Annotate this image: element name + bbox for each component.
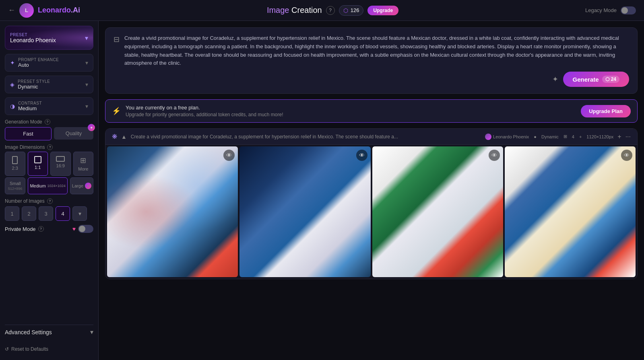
private-mode-toggle[interactable] — [78, 225, 93, 233]
image-card-1: 👁 — [107, 146, 238, 277]
preset-style-selector[interactable]: ◈ Preset Style Dynamic ▾ — [5, 76, 93, 93]
num-1-button[interactable]: 1 — [5, 206, 19, 221]
prompt-enhance-label: Prompt Enhance — [18, 58, 59, 62]
large-badge: ✦ — [85, 183, 91, 189]
prompt-text[interactable]: Create a vivid promotional image for Cor… — [124, 34, 629, 68]
legacy-mode-label: Legacy Mode — [585, 7, 617, 13]
size-small-button[interactable]: Small 512×896 — [5, 177, 25, 194]
image-card-2: 👁 — [239, 146, 370, 277]
num-3-button[interactable]: 3 — [39, 206, 53, 221]
result-model: Leonardo Phoenix — [485, 134, 529, 140]
private-mode-label: Private Mode — [5, 226, 36, 232]
image-2-view-button[interactable]: 👁 — [356, 150, 367, 161]
token-badge: ⬡ 126 — [339, 5, 364, 16]
num-4-button[interactable]: 4 — [56, 206, 70, 221]
main-content: ⊟ Create a vivid promotional image for C… — [99, 21, 644, 360]
image-card-3: 👁 — [372, 146, 503, 277]
images-grid: 👁 👁 👁 👁 — [105, 145, 637, 279]
result-header: ❋ ▲ Create a vivid promotional image for… — [105, 129, 637, 145]
header-right: Legacy Mode — [585, 6, 636, 14]
preset-style-label: Preset Style — [18, 79, 50, 84]
banner-subtitle: Upgrade for priority generations, additi… — [126, 112, 283, 117]
token-count: 126 — [351, 7, 359, 13]
contrast-arrow-icon: ▾ — [85, 103, 88, 109]
header-center: Image Creation ? ⬡ 126 Upgrade — [267, 5, 398, 16]
sparkle-icon: ✦ — [10, 60, 15, 66]
header: ← L Leonardo.Ai Image Creation ? ⬡ 126 U… — [0, 0, 644, 21]
generate-cost-badge: ⬡ 24 — [602, 76, 619, 83]
preset-arrow-icon: ▾ — [85, 34, 88, 42]
preset-style-arrow-icon: ▾ — [85, 81, 88, 88]
num-2-button[interactable]: 2 — [22, 206, 36, 221]
num-images-label: Number of Images — [5, 198, 45, 204]
dim-16-9-button[interactable]: 16:9 — [50, 152, 71, 176]
private-mode-help-icon: ? — [38, 226, 44, 232]
result-grid-icon: ⊞ — [564, 134, 567, 139]
quality-badge: ✦ — [88, 124, 95, 131]
result-add-button[interactable]: + — [617, 133, 621, 140]
help-icon[interactable]: ? — [326, 6, 335, 15]
dim-1-1-button[interactable]: 1:1 — [28, 152, 48, 176]
upgrade-plan-button[interactable]: Upgrade Plan — [581, 105, 631, 117]
contrast-icon: ◑ — [10, 103, 15, 109]
result-group: ❋ ▲ Create a vivid promotional image for… — [105, 128, 638, 279]
fast-mode-button[interactable]: Fast — [5, 127, 52, 140]
header-title: Image Creation — [267, 6, 322, 15]
advanced-settings-section[interactable]: Advanced Settings ▾ — [5, 325, 93, 339]
preset-label: Preset — [10, 33, 56, 37]
lightning-icon: ⚡ — [112, 107, 121, 115]
advanced-settings-label: Advanced Settings — [5, 329, 52, 335]
image-dims-label: Image Dimensions — [5, 144, 45, 150]
results-section: ❋ ▲ Create a vivid promotional image for… — [105, 128, 638, 354]
size-medium-button[interactable]: Medium 1024×1024 — [28, 177, 67, 194]
dim-16-9-icon — [56, 156, 65, 162]
header-upgrade-button[interactable]: Upgrade — [367, 6, 398, 15]
dim-more-button[interactable]: ⊞ More — [73, 152, 94, 176]
token-icon: ⬡ — [343, 7, 348, 14]
generation-mode-help-icon: ? — [45, 119, 50, 125]
result-prompt-preview: Create a vivid promotional image for Cor… — [131, 134, 481, 140]
reset-defaults-button[interactable]: ↺ Reset to Defaults — [5, 343, 93, 355]
sidebar: Preset Leonardo Phoenix ▾ ✦ Prompt Enhan… — [0, 21, 99, 360]
size-large-button[interactable]: Large ✦ — [70, 177, 93, 194]
advanced-settings-arrow-icon: ▾ — [90, 328, 93, 336]
prompt-enhance-selector[interactable]: ✦ Prompt Enhance Auto ▾ — [5, 54, 93, 72]
result-style: Dynamic — [541, 134, 559, 139]
dim-2-3-icon — [12, 156, 18, 164]
result-expand-icon[interactable]: ▲ — [121, 134, 127, 140]
palette-icon: ◈ — [10, 81, 14, 88]
image-4-view-button[interactable]: 👁 — [621, 150, 632, 161]
prompt-box: ⊟ Create a vivid promotional image for C… — [105, 27, 638, 94]
avatar: L — [19, 3, 34, 18]
upgrade-banner: ⚡ You are currently on a free plan. Upgr… — [105, 99, 638, 123]
image-3-view-button[interactable]: 👁 — [489, 150, 500, 161]
prompt-enhance-value: Auto — [18, 62, 59, 68]
back-button[interactable]: ← — [8, 6, 15, 14]
header-left: ← L Leonardo.Ai — [8, 3, 80, 18]
heart-icon: ♥ — [72, 226, 76, 232]
magic-wand-icon[interactable]: ✦ — [552, 75, 558, 84]
result-size-icon: + — [579, 134, 582, 139]
num-dropdown-button[interactable]: ▾ — [72, 206, 87, 221]
prompt-icon: ⊟ — [114, 35, 120, 44]
result-more-button[interactable]: ··· — [625, 133, 631, 140]
contrast-label: Contrast — [18, 101, 42, 105]
prompt-enhance-arrow-icon: ▾ — [85, 60, 88, 66]
banner-title: You are currently on a free plan. — [126, 105, 283, 111]
num-images-help-icon: ? — [47, 198, 53, 204]
reset-icon: ↺ — [5, 346, 9, 352]
preset-value: Leonardo Phoenix — [10, 37, 56, 43]
result-count: 4 — [572, 134, 574, 139]
quality-mode-button[interactable]: Quality — [54, 127, 93, 140]
preset-selector[interactable]: Preset Leonardo Phoenix ▾ — [5, 26, 93, 50]
dim-2-3-button[interactable]: 2:3 — [5, 152, 25, 176]
result-header-icon: ❋ — [112, 133, 117, 140]
preset-style-value: Dynamic — [18, 84, 50, 90]
result-model-icon — [485, 134, 491, 140]
generation-mode-label: Generation Mode — [5, 119, 42, 125]
legacy-mode-toggle[interactable] — [621, 6, 636, 14]
contrast-selector[interactable]: ◑ Contrast Medium ▾ — [5, 97, 93, 115]
dim-more-icon: ⊞ — [80, 156, 86, 165]
generate-button[interactable]: Generate ⬡ 24 — [563, 72, 629, 87]
main-layout: Preset Leonardo Phoenix ▾ ✦ Prompt Enhan… — [0, 21, 644, 360]
